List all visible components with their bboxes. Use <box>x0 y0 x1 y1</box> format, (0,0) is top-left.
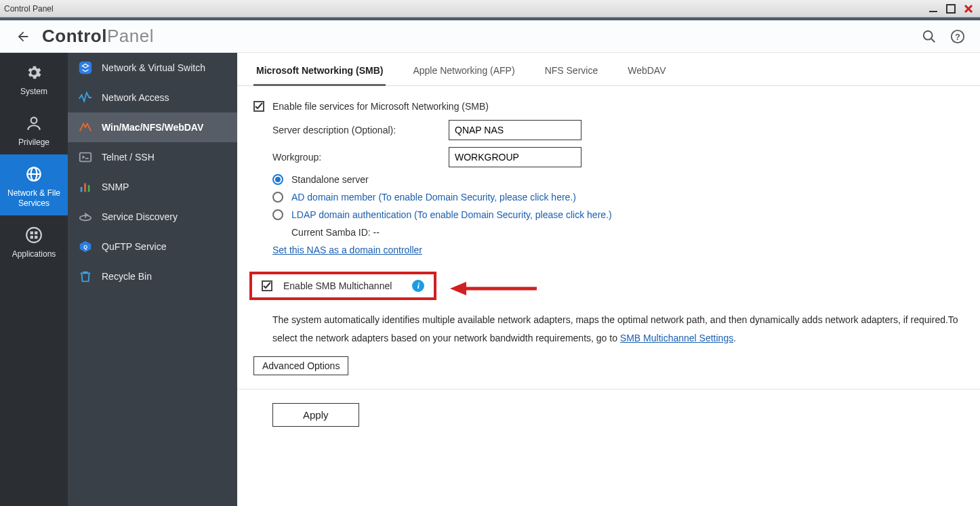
trash-icon <box>77 268 94 284</box>
svg-marker-24 <box>450 282 466 295</box>
radio-ad-link[interactable]: (To enable Domain Security, please click… <box>378 192 576 203</box>
enable-multichannel-label: Enable SMB Multichannel <box>283 280 392 291</box>
svg-line-3 <box>931 39 935 42</box>
window-close-button[interactable] <box>961 3 976 15</box>
rail-item-label: Applications <box>12 249 56 259</box>
enable-multichannel-checkbox[interactable] <box>262 280 272 291</box>
page-title: ControlPanel <box>42 26 154 47</box>
nav2-item-label: Recycle Bin <box>102 271 152 282</box>
info-icon[interactable]: i <box>412 280 424 292</box>
svg-rect-17 <box>81 187 83 192</box>
radio-ad-member[interactable] <box>272 192 283 203</box>
nav2-item-label: Service Discovery <box>102 211 178 222</box>
enable-smb-label: Enable file services for Microsoft Netwo… <box>272 101 489 112</box>
svg-point-2 <box>924 30 933 39</box>
radio-standalone-label: Standalone server <box>291 174 369 185</box>
multichannel-description: The system automatically identifies mult… <box>272 311 964 347</box>
highlight-box: Enable SMB Multichannel i <box>249 272 436 300</box>
nav2-item-label: Network & Virtual Switch <box>102 62 205 73</box>
rail-item-network-file-services[interactable]: Network & File Services <box>0 154 68 215</box>
tab-webdav[interactable]: WebDAV <box>625 65 668 85</box>
content-pane: Microsoft Networking (SMB) Apple Network… <box>237 53 980 506</box>
nav2-item-label: QuFTP Service <box>102 241 166 252</box>
window-maximize-button[interactable] <box>943 3 958 15</box>
tab-label: WebDAV <box>628 65 666 76</box>
multichannel-settings-link[interactable]: SMB Multichannel Settings <box>620 333 733 343</box>
tab-label: NFS Service <box>545 65 598 76</box>
search-icon <box>922 29 937 44</box>
svg-point-10 <box>26 228 41 243</box>
radio-standalone[interactable] <box>272 174 283 185</box>
nav2-item-label: Win/Mac/NFS/WebDAV <box>102 122 203 133</box>
svg-rect-1 <box>947 5 955 13</box>
tab-label: Apple Networking (AFP) <box>413 65 514 76</box>
nav2-item-telnet-ssh[interactable]: Telnet / SSH <box>68 142 237 172</box>
nav2-item-snmp[interactable]: SNMP <box>68 172 237 202</box>
rail-item-applications[interactable]: Applications <box>0 215 68 266</box>
apply-button[interactable]: Apply <box>272 403 359 427</box>
rail-item-label: Network & File Services <box>3 188 65 209</box>
rail-item-privilege[interactable]: Privilege <box>0 104 68 154</box>
pulse-icon <box>77 89 94 106</box>
svg-rect-16 <box>80 153 91 162</box>
primary-nav: System Privilege Network & File Services… <box>0 53 68 506</box>
switch-icon <box>77 60 94 76</box>
server-desc-label: Server description (Optional): <box>272 125 449 135</box>
workgroup-label: Workgroup: <box>272 152 449 163</box>
secondary-nav: Network & Virtual Switch Network Access … <box>68 53 237 506</box>
radio-ldap-link[interactable]: (To enable Domain Security, please click… <box>414 209 612 220</box>
radio-ad-label: AD domain member <box>291 192 378 203</box>
nav2-item-label: SNMP <box>102 182 129 192</box>
tab-smb[interactable]: Microsoft Networking (SMB) <box>253 65 386 86</box>
multichannel-desc-tail: . <box>733 333 736 343</box>
radio-ldap-label: LDAP domain authentication <box>291 209 414 220</box>
search-button[interactable] <box>919 26 939 47</box>
svg-rect-18 <box>84 184 86 192</box>
nav2-item-label: Telnet / SSH <box>102 152 155 163</box>
server-desc-input[interactable] <box>449 120 581 140</box>
svg-rect-14 <box>35 236 37 238</box>
page-title-bold: Control <box>42 26 107 46</box>
svg-rect-13 <box>30 236 33 238</box>
terminal-icon <box>77 149 94 165</box>
svg-text:?: ? <box>955 31 960 41</box>
svg-rect-0 <box>929 11 937 12</box>
samba-id-label: Current Samba ID: -- <box>291 227 380 238</box>
workgroup-input[interactable] <box>449 147 581 167</box>
enable-smb-checkbox[interactable] <box>253 101 264 112</box>
advanced-options-button[interactable]: Advanced Options <box>253 356 348 375</box>
rail-item-label: Privilege <box>18 138 49 148</box>
nav2-item-service-discovery[interactable]: Service Discovery <box>68 202 237 232</box>
domain-controller-link[interactable]: Set this NAS as a domain controller <box>272 245 422 255</box>
bars-icon <box>77 179 94 195</box>
page-title-thin: Panel <box>107 26 154 46</box>
rail-item-system[interactable]: System <box>0 53 68 104</box>
nav2-item-recycle-bin[interactable]: Recycle Bin <box>68 261 237 291</box>
back-button[interactable] <box>12 26 34 47</box>
help-button[interactable]: ? <box>947 26 968 47</box>
header: ControlPanel ? <box>0 20 980 53</box>
tabs: Microsoft Networking (SMB) Apple Network… <box>237 53 980 86</box>
nav2-item-network-access[interactable]: Network Access <box>68 83 237 112</box>
svg-text:Q: Q <box>83 244 87 250</box>
svg-rect-19 <box>88 185 90 192</box>
radar-icon <box>77 209 94 225</box>
tab-nfs[interactable]: NFS Service <box>542 65 601 85</box>
user-icon <box>24 113 44 133</box>
svg-point-6 <box>31 117 37 123</box>
nav2-item-quftp-service[interactable]: Q QuFTP Service <box>68 232 237 261</box>
radio-ldap[interactable] <box>272 209 283 220</box>
tab-afp[interactable]: Apple Networking (AFP) <box>410 65 517 85</box>
multichannel-desc-text: The system automatically identifies mult… <box>272 314 958 343</box>
help-icon: ? <box>950 29 965 44</box>
gear-icon <box>24 62 44 83</box>
tab-label: Microsoft Networking (SMB) <box>256 65 383 76</box>
nav2-item-network-virtual-switch[interactable]: Network & Virtual Switch <box>68 53 237 83</box>
protocols-icon <box>77 119 94 135</box>
window-minimize-button[interactable] <box>926 3 941 15</box>
apps-icon <box>24 225 44 245</box>
nav2-item-win-mac-nfs-webdav[interactable]: Win/Mac/NFS/WebDAV <box>68 112 237 142</box>
ftp-icon: Q <box>77 238 94 255</box>
globe-icon <box>24 164 44 184</box>
nav2-item-label: Network Access <box>102 92 169 103</box>
